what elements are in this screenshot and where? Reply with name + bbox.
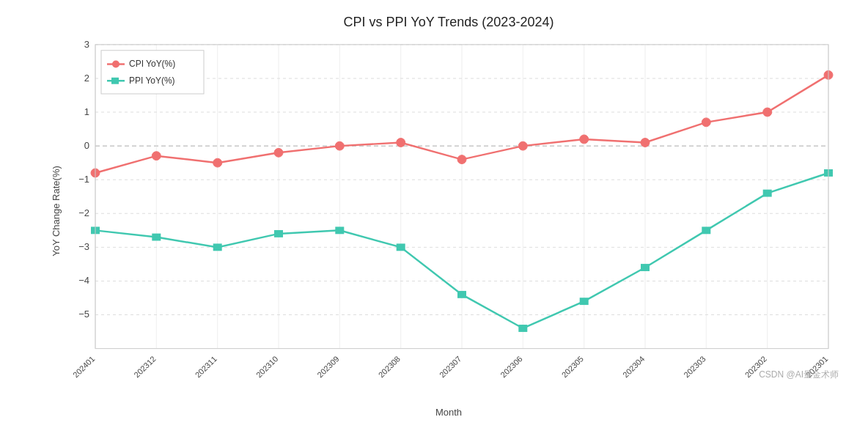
svg-text:−3: −3 [78, 241, 89, 252]
ppi-point [457, 291, 466, 298]
svg-text:202312: 202312 [132, 354, 157, 379]
svg-text:202303: 202303 [682, 354, 707, 379]
cpi-point [702, 118, 710, 127]
cpi-point [580, 135, 589, 144]
cpi-point [213, 158, 222, 167]
ppi-point [641, 264, 650, 271]
svg-rect-46 [101, 51, 204, 94]
ppi-point [702, 226, 710, 234]
svg-text:202308: 202308 [377, 354, 402, 379]
x-axis-label: Month [435, 407, 462, 418]
ppi-point [580, 298, 589, 305]
cpi-point [457, 155, 466, 164]
svg-rect-51 [111, 78, 119, 84]
svg-point-48 [112, 61, 119, 68]
ppi-point [213, 243, 222, 251]
ppi-point [152, 234, 161, 241]
cpi-point [335, 141, 344, 150]
svg-text:−1: −1 [78, 174, 89, 185]
svg-text:−2: −2 [78, 207, 89, 218]
y-axis-label: YoY Change Rate(%) [51, 166, 62, 257]
svg-text:−5: −5 [78, 309, 89, 320]
chart-svg: 3 2 1 0 −1 −2 −3 −4 −5 202401 202312 202… [51, 37, 846, 385]
svg-text:3: 3 [84, 39, 89, 50]
cpi-point [397, 139, 405, 147]
cpi-point [518, 141, 527, 150]
svg-text:−4: −4 [78, 276, 89, 287]
chart-title: CPI vs PPI YoY Trends (2023-2024) [51, 15, 846, 30]
svg-text:202306: 202306 [499, 354, 523, 379]
svg-text:2: 2 [84, 73, 89, 84]
svg-text:1: 1 [84, 106, 89, 117]
svg-text:202401: 202401 [71, 354, 96, 379]
cpi-point [763, 108, 772, 117]
ppi-point [518, 325, 527, 332]
svg-text:202310: 202310 [254, 354, 279, 379]
chart-area: YoY Change Rate(%) [51, 37, 846, 385]
svg-text:202304: 202304 [621, 354, 646, 379]
chart-container: CPI vs PPI YoY Trends (2023-2024) YoY Ch… [0, 0, 868, 428]
cpi-point [274, 148, 283, 157]
svg-text:202309: 202309 [315, 354, 340, 379]
watermark: CSDN @AI量金术师 [759, 369, 839, 381]
svg-text:202311: 202311 [194, 354, 218, 379]
ppi-point [397, 243, 405, 251]
svg-text:CPI YoY(%): CPI YoY(%) [129, 59, 175, 70]
ppi-point [763, 190, 772, 197]
ppi-point [274, 230, 283, 237]
ppi-point [335, 226, 344, 234]
svg-text:PPI YoY(%): PPI YoY(%) [129, 75, 175, 86]
cpi-point [152, 152, 161, 160]
svg-text:0: 0 [84, 140, 89, 151]
svg-text:202305: 202305 [560, 354, 585, 379]
svg-text:202307: 202307 [438, 354, 463, 379]
cpi-point [641, 139, 650, 147]
